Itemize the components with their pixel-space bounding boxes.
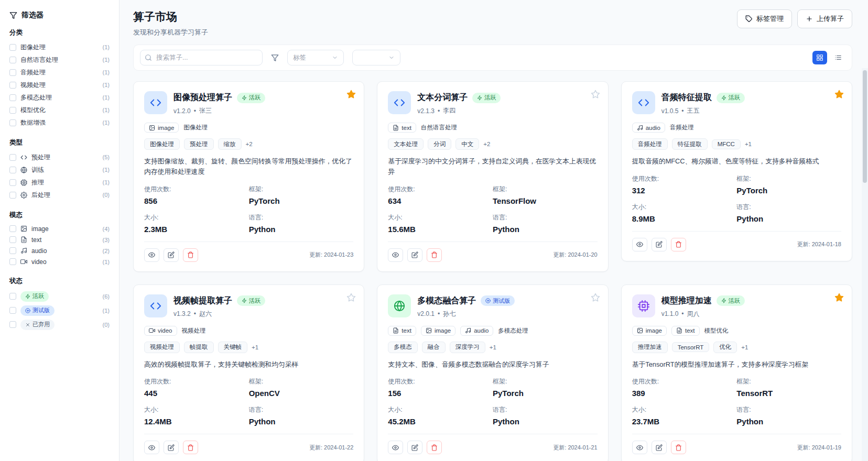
filter-item[interactable]: 多模态处理(1) [9, 91, 110, 104]
favorite-star-button[interactable] [834, 90, 844, 99]
filter-item[interactable]: 视频处理(1) [9, 79, 110, 91]
stat-label: 大小: [632, 405, 737, 414]
filter-item[interactable]: 预处理(5) [9, 151, 110, 163]
framework-value: TensorFlow [493, 196, 598, 205]
filter-item[interactable]: 模型优化(1) [9, 104, 110, 116]
filter-item[interactable]: 活跃(6) [9, 289, 110, 303]
view-button[interactable] [144, 248, 159, 262]
filter-item[interactable]: 数据增强(1) [9, 116, 110, 129]
view-button[interactable] [632, 238, 647, 251]
checkbox[interactable] [9, 293, 16, 300]
language-value: Python [249, 225, 354, 234]
checkbox[interactable] [9, 225, 16, 232]
operator-version: v2.0.1 [417, 310, 435, 317]
stat-label: 使用次数: [632, 377, 737, 386]
view-button[interactable] [388, 248, 403, 262]
code-icon [388, 91, 411, 114]
status-badge: 活跃 [237, 93, 265, 103]
trash-icon [675, 444, 682, 451]
grid-view-button[interactable] [812, 51, 827, 64]
search-input[interactable] [140, 50, 263, 65]
checkbox[interactable] [9, 44, 16, 51]
tag-icon [745, 15, 753, 23]
more-tags-count: +2 [246, 141, 253, 147]
operator-description: 基于TensorRT的模型推理加速算子，支持多种深度学习框架 [632, 359, 841, 370]
view-button[interactable] [144, 441, 159, 454]
tag-chip: 深度学习 [450, 342, 485, 353]
filter-item[interactable]: text(3) [9, 234, 110, 245]
list-view-button[interactable] [831, 51, 845, 64]
checkbox[interactable] [9, 69, 16, 76]
modality-label: audio [474, 327, 489, 334]
operator-author: 张三 [199, 106, 212, 115]
checkbox[interactable] [9, 179, 16, 186]
favorite-star-button[interactable] [346, 293, 356, 302]
filter-item[interactable]: image(4) [9, 223, 110, 234]
image-icon [149, 125, 155, 131]
tag-filter-select[interactable]: 标签 [287, 50, 344, 65]
stat-label: 大小: [144, 405, 249, 414]
status-badge: 活跃 [20, 291, 49, 302]
delete-button[interactable] [671, 441, 686, 454]
checkbox[interactable] [9, 236, 16, 243]
edit-button[interactable] [407, 248, 422, 262]
delete-button[interactable] [183, 441, 198, 454]
checkbox[interactable] [9, 57, 16, 63]
edit-button[interactable] [164, 441, 179, 454]
checkbox[interactable] [9, 321, 16, 328]
tag-manage-button[interactable]: 标签管理 [737, 9, 792, 28]
checkbox[interactable] [9, 247, 16, 254]
delete-button[interactable] [671, 238, 686, 251]
edit-icon [411, 444, 418, 451]
checkbox[interactable] [9, 82, 16, 89]
checkbox[interactable] [9, 307, 16, 314]
filter-item[interactable]: 音频处理(1) [9, 66, 110, 79]
size-value: 15.6MB [388, 225, 493, 234]
filter-item[interactable]: 推理(1) [9, 176, 110, 189]
checkbox[interactable] [9, 167, 16, 173]
plus-icon [806, 15, 813, 23]
sidebar-title: 筛选器 [21, 10, 44, 20]
filter-item[interactable]: video(1) [9, 256, 110, 267]
edit-button[interactable] [652, 238, 667, 251]
checkbox[interactable] [9, 107, 16, 114]
filter-item[interactable]: 自然语言处理(1) [9, 53, 110, 66]
stat-label: 语言: [249, 405, 354, 414]
checkbox[interactable] [9, 94, 16, 101]
filter-item[interactable]: 测试版(1) [9, 303, 110, 317]
view-button[interactable] [632, 441, 647, 454]
version-author: v1.3.2赵六 [173, 310, 265, 319]
filter-item[interactable]: 图像处理(1) [9, 41, 110, 53]
stat-label: 大小: [388, 213, 493, 222]
favorite-star-button[interactable] [346, 90, 356, 99]
delete-button[interactable] [183, 248, 198, 262]
filter-item[interactable]: 训练(1) [9, 163, 110, 176]
checkbox[interactable] [9, 258, 16, 265]
favorite-star-button[interactable] [834, 293, 844, 302]
secondary-filter-select[interactable] [352, 50, 400, 65]
edit-button[interactable] [652, 441, 667, 454]
delete-button[interactable] [427, 441, 442, 454]
operator-author: 李四 [443, 106, 455, 115]
view-button[interactable] [388, 441, 403, 454]
favorite-star-button[interactable] [591, 293, 600, 302]
checkbox[interactable] [9, 192, 16, 199]
filter-count: (6) [103, 293, 110, 300]
edit-button[interactable] [407, 441, 422, 454]
edit-button[interactable] [164, 248, 179, 262]
upload-operator-button[interactable]: 上传算子 [797, 9, 852, 28]
favorite-star-button[interactable] [591, 90, 600, 99]
filter-sidebar: 筛选器 分类图像处理(1)自然语言处理(1)音频处理(1)视频处理(1)多模态处… [0, 0, 120, 461]
scrollbar[interactable] [862, 68, 868, 461]
filter-item[interactable]: 后处理(0) [9, 189, 110, 201]
sidebar-header: 筛选器 [9, 10, 110, 20]
more-tags-count: +1 [741, 344, 748, 350]
scrollbar-thumb[interactable] [863, 70, 867, 183]
checkbox[interactable] [9, 119, 16, 126]
filter-item[interactable]: 已弃用(0) [9, 317, 110, 332]
filter-section-title: 分类 [9, 28, 110, 37]
filter-item[interactable]: audio(2) [9, 245, 110, 256]
delete-button[interactable] [427, 248, 442, 262]
checkbox[interactable] [9, 154, 16, 161]
size-value: 23.7MB [632, 417, 737, 426]
